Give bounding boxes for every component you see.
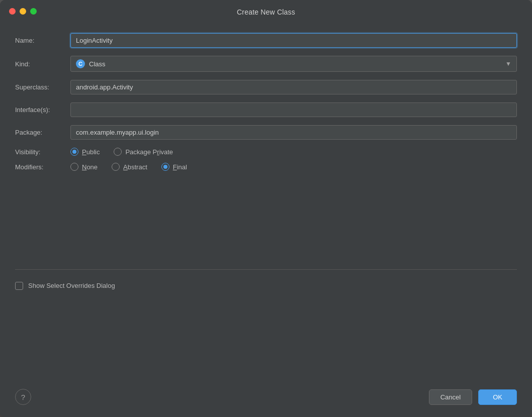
- visibility-package-private-label: Package Private: [125, 148, 173, 156]
- visibility-row: Visibility: Public Package Private: [15, 148, 517, 156]
- create-new-class-dialog: Create New Class Name: Kind: C Class ▼ S…: [0, 0, 532, 417]
- kind-left: C Class: [76, 59, 106, 68]
- radio-inner-filled-final: [163, 165, 167, 169]
- name-input[interactable]: [70, 33, 517, 48]
- interfaces-input[interactable]: [70, 102, 517, 117]
- visibility-package-private-radio[interactable]: [114, 148, 122, 156]
- modifier-final-radio[interactable]: [161, 163, 169, 171]
- kind-row: Kind: C Class ▼: [15, 56, 517, 72]
- maximize-button[interactable]: [30, 8, 37, 15]
- footer-buttons: Cancel OK: [429, 389, 517, 405]
- interfaces-label: Interface(s):: [15, 106, 70, 114]
- chevron-down-icon: ▼: [505, 60, 511, 67]
- modifier-abstract-option[interactable]: Abstract: [112, 163, 147, 171]
- kind-select[interactable]: C Class ▼: [70, 56, 517, 72]
- radio-inner-filled: [72, 150, 76, 154]
- kind-value-label: Class: [89, 60, 106, 68]
- modifiers-label: Modifiers:: [15, 163, 70, 171]
- visibility-package-private-option[interactable]: Package Private: [114, 148, 173, 156]
- package-input[interactable]: [70, 125, 517, 140]
- class-type-icon: C: [76, 59, 85, 68]
- show-overrides-checkbox[interactable]: [15, 282, 23, 290]
- dialog-content: Name: Kind: C Class ▼ Superclass: Interf…: [0, 21, 532, 381]
- package-row: Package:: [15, 125, 517, 140]
- title-bar: Create New Class: [0, 0, 532, 21]
- close-button[interactable]: [9, 8, 16, 15]
- help-button[interactable]: ?: [15, 389, 31, 405]
- modifiers-group: None Abstract Final: [70, 163, 517, 171]
- superclass-row: Superclass:: [15, 80, 517, 94]
- ok-button[interactable]: OK: [478, 389, 517, 405]
- show-overrides-label: Show Select Overrides Dialog: [28, 282, 115, 289]
- window-controls: [9, 8, 37, 15]
- modifier-none-radio[interactable]: [70, 163, 78, 171]
- minimize-button[interactable]: [20, 8, 26, 15]
- bottom-spacer: [15, 290, 517, 371]
- modifier-none-option[interactable]: None: [70, 163, 98, 171]
- kind-label: Kind:: [15, 60, 70, 68]
- name-label: Name:: [15, 37, 70, 44]
- modifier-final-label: Final: [173, 163, 187, 171]
- cancel-button[interactable]: Cancel: [429, 389, 472, 405]
- checkbox-row: Show Select Overrides Dialog: [15, 282, 517, 290]
- spacer: [15, 178, 517, 259]
- divider: [15, 269, 517, 270]
- modifier-none-label: None: [82, 163, 98, 171]
- modifiers-row: Modifiers: None Abstract Final: [15, 163, 517, 171]
- visibility-public-option[interactable]: Public: [70, 148, 100, 156]
- modifier-final-option[interactable]: Final: [161, 163, 187, 171]
- visibility-public-label: Public: [82, 148, 100, 156]
- dialog-footer: ? Cancel OK: [0, 381, 532, 417]
- visibility-public-radio[interactable]: [70, 148, 78, 156]
- interfaces-row: Interface(s):: [15, 102, 517, 117]
- modifier-abstract-radio[interactable]: [112, 163, 120, 171]
- dialog-title: Create New Class: [237, 8, 295, 16]
- modifier-abstract-label: Abstract: [123, 163, 147, 171]
- visibility-group: Public Package Private: [70, 148, 517, 156]
- superclass-label: Superclass:: [15, 83, 70, 91]
- package-label: Package:: [15, 129, 70, 136]
- superclass-input[interactable]: [70, 80, 517, 94]
- visibility-label: Visibility:: [15, 148, 70, 156]
- name-row: Name:: [15, 33, 517, 48]
